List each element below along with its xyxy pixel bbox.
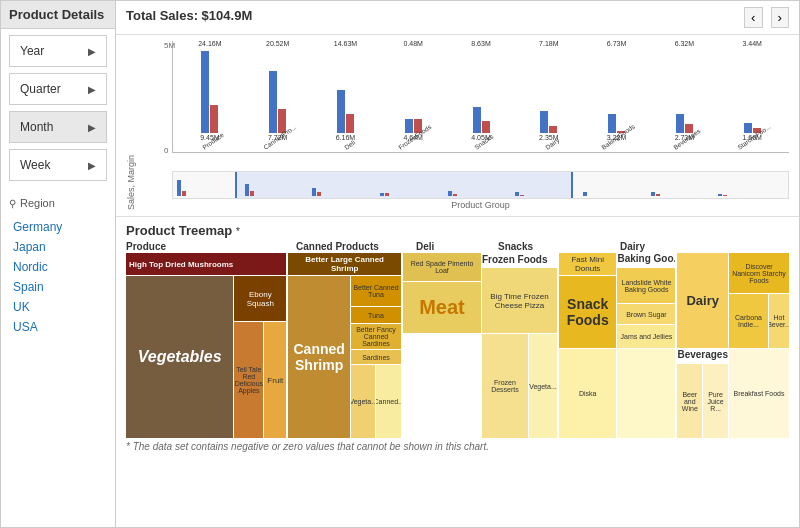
region-germany[interactable]: Germany: [9, 217, 107, 237]
bars-inner: 24.16M 9.45M Produce 20.52M 7.72M Canned…: [177, 41, 785, 152]
blue-bar-value: 6.73M: [607, 40, 626, 47]
canned-cell-shrimp-header[interactable]: Better Large Canned Shrimp: [288, 253, 401, 275]
dairy-main: Dairy: [677, 253, 728, 348]
frozen-cell-desserts[interactable]: Frozen Desserts: [482, 334, 528, 438]
region-uk[interactable]: UK: [9, 297, 107, 317]
baking-cell-landslide[interactable]: Landslide White Baking Goods: [617, 268, 675, 303]
beverages-cell-beer[interactable]: Beer and Wine: [677, 364, 702, 438]
canned-cell-sardines[interactable]: Better Fancy Canned Sardines: [351, 324, 401, 349]
mini-bar-blue: [515, 192, 519, 196]
starchy-cell-carbona[interactable]: Carbona Indie...: [729, 294, 768, 348]
baking-bottom: [617, 349, 675, 438]
sidebar: Product Details Year ▶ Quarter ▶ Month ▶…: [1, 1, 116, 527]
bar-red: [549, 126, 557, 133]
treemap-footnote: * The data set contains negative or zero…: [126, 441, 789, 452]
blue-bar-value: 0.48M: [404, 40, 423, 47]
bar-blue: [201, 51, 209, 133]
canned-cell-tuna2[interactable]: Tuna: [351, 307, 401, 323]
mini-bar-group: [718, 194, 784, 196]
canned-main: Canned Shrimp Better Canned Tuna Tuna Be…: [288, 276, 401, 438]
mini-bar-blue: [312, 188, 316, 196]
canned-cell-vegeta[interactable]: Vegeta...: [351, 365, 376, 438]
col-header-dairy: Dairy: [620, 241, 710, 252]
deli-cell-pimento[interactable]: Red Spade Pimento Loaf: [403, 253, 481, 281]
snacks-cell-diska[interactable]: Diska: [559, 349, 616, 438]
mini-bar-blue: [583, 192, 587, 196]
baking-cell-extra[interactable]: [617, 349, 675, 438]
starchy-cell-breakfast[interactable]: Breakfast Foods: [729, 349, 789, 438]
deli-cell-meat[interactable]: Meat: [403, 282, 481, 333]
baking-cell-sugar[interactable]: Brown Sugar: [617, 304, 675, 324]
baking-cell-jams[interactable]: Jams and Jellies: [617, 325, 675, 348]
produce-cell-vegetables[interactable]: Vegetables: [126, 276, 233, 438]
bars-pair: [676, 48, 693, 133]
sidebar-item-month[interactable]: Month ▶: [9, 111, 107, 143]
next-button[interactable]: ›: [771, 7, 789, 28]
snacks-cell-snackfoods[interactable]: Snack Foods: [559, 276, 616, 348]
beverages-cells: Beer and Wine Pure Juice R...: [677, 364, 728, 438]
bar-blue: [608, 114, 616, 133]
starchy-cell-hot[interactable]: Hot Bever...: [769, 294, 789, 348]
snacks-bottom: Diska: [559, 349, 675, 438]
mini-bars-inner: [177, 174, 784, 196]
produce-cell-mushrooms[interactable]: High Top Dried Mushrooms: [126, 253, 286, 275]
frozen-cell-vegeta[interactable]: Vegeta...: [529, 334, 557, 438]
produce-cell-fruit[interactable]: Fruit: [264, 322, 286, 438]
page-header: Total Sales: $104.9M ‹ ›: [116, 1, 799, 35]
mini-bar-blue: [718, 194, 722, 196]
region-section: ⚲ Region Germany Japan Nordic Spain UK U…: [1, 187, 115, 345]
quarter-label: Quarter: [20, 82, 61, 96]
snacks-top: Fast Mini Donuts Snack Foods Baking Goo.…: [559, 253, 675, 348]
y-zero: 0: [164, 146, 168, 155]
region-japan[interactable]: Japan: [9, 237, 107, 257]
col-header-canned: Canned Products: [296, 241, 414, 252]
bar-group: 7.18M 2.35M Dairy: [516, 40, 582, 152]
deli-spacer: [403, 334, 481, 438]
bar-blue: [473, 107, 481, 133]
mini-bar-group: [651, 192, 717, 196]
canned-cell-canned[interactable]: Canned...: [376, 365, 401, 438]
canned-cell-big[interactable]: Canned Shrimp: [288, 276, 350, 438]
region-spain[interactable]: Spain: [9, 277, 107, 297]
snacks-cell-donuts[interactable]: Fast Mini Donuts: [559, 253, 616, 275]
region-nordic[interactable]: Nordic: [9, 257, 107, 277]
produce-cell-ebony[interactable]: Ebony Squash: [234, 276, 286, 321]
beverages-header: Beverages: [677, 349, 728, 363]
bar-group: 0.48M 4.64M FrozenFoods: [380, 40, 446, 152]
bar-group: 20.52M 7.72M CannedPro...: [245, 40, 311, 152]
mini-bar-blue: [177, 180, 181, 196]
bars-pair: [201, 48, 218, 133]
frozen-column: Frozen Foods Big Time Frozen Cheese Pizz…: [482, 253, 557, 333]
bars-pair: [540, 48, 557, 133]
bars-pair: [473, 48, 490, 133]
sidebar-item-quarter[interactable]: Quarter ▶: [9, 73, 107, 105]
sidebar-item-year[interactable]: Year ▶: [9, 35, 107, 67]
mini-bar-group: [448, 191, 514, 196]
mini-bar-red: [250, 191, 254, 196]
dairy-cell-main[interactable]: Dairy: [677, 253, 728, 348]
produce-main-area: Vegetables Ebony Squash Tell Tale Red De…: [126, 276, 286, 438]
mini-bar-group: [312, 188, 378, 196]
treemap-title: Product Treemap *: [126, 223, 789, 238]
bar-group: 14.63M 6.16M Deli: [313, 40, 379, 152]
month-chevron: ▶: [88, 122, 96, 133]
region-usa[interactable]: USA: [9, 317, 107, 337]
mini-bar-blue: [245, 184, 249, 196]
canned-cell-sardines2[interactable]: Sardines: [351, 350, 401, 364]
blue-bar-value: 24.16M: [198, 40, 221, 47]
frozen-cell-pizza[interactable]: Big Time Frozen Cheese Pizza: [482, 268, 557, 333]
beverages-cell-juice[interactable]: Pure Juice R...: [703, 364, 728, 438]
sidebar-item-week[interactable]: Week ▶: [9, 149, 107, 181]
bar-red: [482, 121, 490, 133]
produce-cell-apples[interactable]: Tell Tale Red Delicious Apples: [234, 322, 263, 438]
beverages-row: Beverages Beer and Wine Pure Juice R... …: [677, 349, 789, 438]
year-chevron: ▶: [88, 46, 96, 57]
treemap-section: Product Treemap * Produce Canned Product…: [116, 217, 799, 527]
mini-chart[interactable]: [172, 171, 789, 199]
week-label: Week: [20, 158, 50, 172]
prev-button[interactable]: ‹: [744, 7, 762, 28]
canned-cell-tuna[interactable]: Better Canned Tuna: [351, 276, 401, 306]
starchy-cell-nanicorn[interactable]: Discover Nanicorn Starchy Foods: [729, 253, 789, 293]
baking-column: Baking Goo... Landslide White Baking Goo…: [617, 253, 675, 348]
dairy-top: Dairy Discover Nanicorn Starchy Foods Ca…: [677, 253, 789, 348]
